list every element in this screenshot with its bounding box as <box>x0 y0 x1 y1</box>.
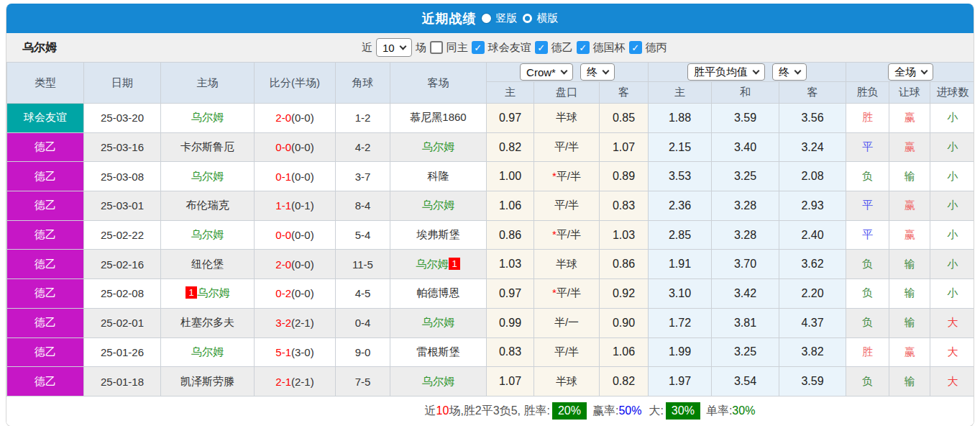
fulltime-score: 0-0 <box>275 141 291 153</box>
vertical-radio-icon[interactable] <box>482 14 491 23</box>
fulltime-score: 1-1 <box>275 199 291 212</box>
sub-header-avg-home: 主 <box>649 82 712 104</box>
home-team-cell: 乌尔姆 <box>161 337 255 367</box>
team-name: 乌尔姆 <box>22 40 57 55</box>
corners-cell: 9-0 <box>336 337 390 367</box>
bundesliga2-checkbox[interactable] <box>535 41 548 54</box>
away-team-cell: 帕德博恩 <box>390 279 487 309</box>
away-odds-cell: 0.86 <box>600 250 649 279</box>
bundesliga2-label[interactable]: 德乙 <box>551 41 573 55</box>
competition-badge-cell: 德乙 <box>7 132 84 162</box>
filter-controls: 近 10 场 同主 球会友谊 德乙 德国杯 德丙 <box>362 33 667 62</box>
summary-recent-label: 近 <box>425 404 436 419</box>
wdl-result-cell: 胜 <box>846 337 889 367</box>
match-date-cell: 25-01-18 <box>84 367 161 396</box>
match-date-cell: 25-02-16 <box>84 250 161 279</box>
sub-header-odds-home: 主 <box>487 82 534 104</box>
fulltime-score: 0-0 <box>275 229 291 241</box>
liga3-checkbox[interactable] <box>629 41 642 54</box>
wdl-result-cell: 胜 <box>846 104 889 133</box>
handicap-result-cell: 输 <box>889 308 930 337</box>
avg-home-cell: 1.72 <box>649 308 712 337</box>
home-team-cell: 1乌尔姆 <box>161 279 255 309</box>
avg-away-cell: 3.24 <box>779 132 846 162</box>
avg-home-cell: 2.85 <box>649 220 712 250</box>
odds-company-select[interactable]: Crow* <box>520 63 573 81</box>
scope-select[interactable]: 全场 <box>888 63 933 81</box>
horizontal-layout-option[interactable]: 横版 <box>537 12 559 25</box>
away-team-cell: 乌尔姆 <box>390 367 487 396</box>
wdl-result: 负 <box>862 286 873 299</box>
liga3-label[interactable]: 德丙 <box>646 41 667 55</box>
home-badge-before: 1 <box>186 286 196 299</box>
goals-result: 小 <box>948 228 958 240</box>
away-team-cell: 埃弗斯堡 <box>390 220 487 250</box>
handicap-result: 赢 <box>905 199 915 211</box>
handicap-result-cell: 输 <box>889 162 930 191</box>
matches-label: 场 <box>416 41 426 55</box>
corners-cell: 4-5 <box>336 279 390 309</box>
friendly-checkbox[interactable] <box>472 41 485 54</box>
away-team-cell: 乌尔姆1 <box>390 250 487 279</box>
goals-result-cell: 大 <box>930 337 974 367</box>
vertical-layout-option[interactable]: 竖版 <box>496 12 518 25</box>
avg-draw-cell: 3.81 <box>712 308 779 337</box>
wdl-result-cell: 平 <box>846 191 889 221</box>
home-odds-cell: 0.86 <box>487 220 534 250</box>
halftime-score: (0-0) <box>291 229 314 241</box>
avg-home-cell: 3.53 <box>649 162 712 191</box>
wdl-result-cell: 平 <box>846 220 889 250</box>
halftime-score: (0-0) <box>291 258 314 271</box>
avg-away-cell: 3.82 <box>779 337 846 367</box>
halftime-score: (0-0) <box>291 112 314 124</box>
avg-away-cell: 4.37 <box>779 308 846 337</box>
handicap-result: 输 <box>905 286 915 299</box>
table-row: 德乙 25-02-01 杜塞尔多夫 3-2(2-1) 0-4 乌尔姆 0.99 … <box>7 308 975 337</box>
match-date-cell: 25-01-26 <box>84 337 161 367</box>
handicap-cell: 半球 <box>534 250 600 279</box>
dfb-pokal-checkbox[interactable] <box>577 41 590 54</box>
handicap-result: 赢 <box>905 345 915 358</box>
competition-badge-cell: 德乙 <box>7 367 84 396</box>
avg-home-cell: 1.88 <box>649 104 712 133</box>
same-home-checkbox[interactable] <box>430 41 443 54</box>
handicap-value: 半球 <box>556 258 577 270</box>
handicap-cell: 平/半 <box>534 191 600 221</box>
fulltime-score: 2-0 <box>275 258 291 271</box>
avg-type-select[interactable]: 胜平负均值 <box>687 63 765 81</box>
avg-draw-cell: 3.40 <box>712 132 779 162</box>
avg-home-cell: 1.99 <box>649 337 712 367</box>
handicap-result-cell: 赢 <box>889 104 930 133</box>
corners-cell: 0-4 <box>336 308 390 337</box>
away-odds-cell: 0.85 <box>600 104 649 133</box>
friendly-label[interactable]: 球会友谊 <box>488 41 531 55</box>
chevron-down-icon <box>602 67 609 74</box>
home-team: 纽伦堡 <box>191 258 224 270</box>
wdl-result-cell: 负 <box>846 162 889 191</box>
goals-result-cell: 小 <box>930 191 974 221</box>
competition-badge-cell: 德乙 <box>7 191 84 221</box>
same-home-label[interactable]: 同主 <box>447 41 468 55</box>
away-team-cell: 慕尼黑1860 <box>390 104 487 133</box>
match-date-cell: 25-02-22 <box>84 220 161 250</box>
away-team: 慕尼黑1860 <box>410 111 466 123</box>
horizontal-radio-icon[interactable] <box>523 14 532 23</box>
handicap-value: 平/半 <box>554 140 579 153</box>
dfb-pokal-label[interactable]: 德国杯 <box>593 41 626 55</box>
fulltime-score: 0-2 <box>275 287 291 299</box>
odds-time-select[interactable]: 终 <box>580 63 615 81</box>
score-cell: 2-1(2-1) <box>255 367 336 396</box>
score-cell: 2-0(0-0) <box>255 250 336 279</box>
handicap-cell: 平/半 <box>534 337 600 367</box>
avg-draw-cell: 3.42 <box>712 279 779 309</box>
halftime-score: (2-1) <box>291 317 314 329</box>
odds-group-header: Crow* 终 <box>487 63 649 82</box>
match-count-select[interactable]: 10 <box>376 38 412 57</box>
avg-time-select[interactable]: 终 <box>772 63 807 81</box>
competition-badge-cell: 德乙 <box>7 279 84 309</box>
score-cell: 5-1(3-0) <box>255 337 336 367</box>
away-badge-after: 1 <box>449 258 459 270</box>
avg-draw-cell: 3.70 <box>712 250 779 279</box>
avg-home-cell: 3.10 <box>649 279 712 309</box>
away-odds-cell: 1.06 <box>600 337 649 367</box>
